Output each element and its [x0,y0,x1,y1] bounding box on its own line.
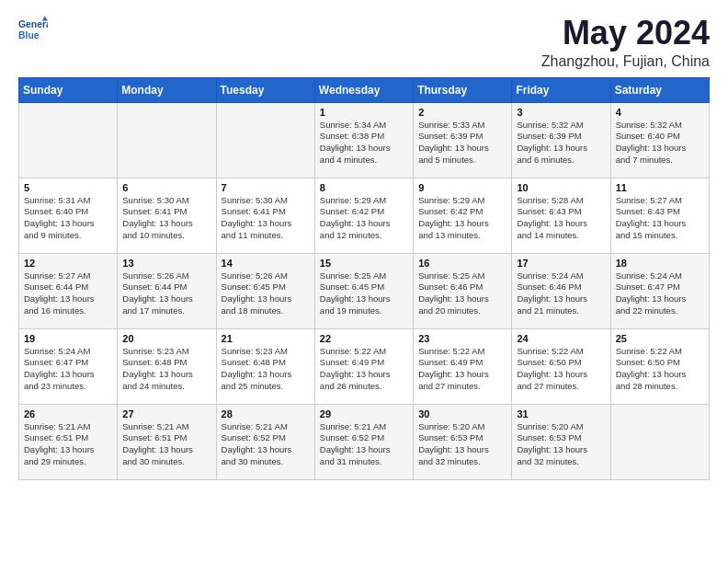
day-number: 9 [418,182,506,193]
day-number: 19 [24,333,112,344]
day-info: Sunrise: 5:26 AMSunset: 6:45 PMDaylight:… [222,270,310,317]
day-number: 14 [222,258,310,269]
calendar-cell: 19Sunrise: 5:24 AMSunset: 6:47 PMDayligh… [19,328,118,404]
calendar-cell: 25Sunrise: 5:22 AMSunset: 6:50 PMDayligh… [610,328,709,404]
calendar-cell [19,102,118,178]
calendar-table: Sunday Monday Tuesday Wednesday Thursday… [18,77,710,480]
calendar-cell: 1Sunrise: 5:34 AMSunset: 6:38 PMDaylight… [314,102,413,178]
calendar-week-2: 5Sunrise: 5:31 AMSunset: 6:40 PMDaylight… [19,178,710,253]
day-number: 28 [222,408,310,419]
calendar-cell: 29Sunrise: 5:21 AMSunset: 6:52 PMDayligh… [314,404,413,479]
day-info: Sunrise: 5:27 AMSunset: 6:44 PMDaylight:… [24,270,112,317]
calendar-cell: 16Sunrise: 5:25 AMSunset: 6:46 PMDayligh… [414,253,512,328]
calendar-cell: 10Sunrise: 5:28 AMSunset: 6:43 PMDayligh… [512,178,610,253]
calendar-cell: 27Sunrise: 5:21 AMSunset: 6:51 PMDayligh… [118,404,216,479]
day-number: 2 [418,107,506,118]
calendar-cell: 31Sunrise: 5:20 AMSunset: 6:53 PMDayligh… [512,404,610,479]
day-info: Sunrise: 5:21 AMSunset: 6:52 PMDaylight:… [320,421,408,468]
day-number: 20 [122,333,210,344]
day-number: 8 [320,182,408,193]
svg-marker-2 [42,17,48,21]
logo-icon: General Blue [18,15,48,44]
calendar-cell: 21Sunrise: 5:23 AMSunset: 6:48 PMDayligh… [216,328,314,404]
day-info: Sunrise: 5:31 AMSunset: 6:40 PMDaylight:… [24,195,112,242]
day-info: Sunrise: 5:24 AMSunset: 6:46 PMDaylight:… [517,270,605,317]
day-info: Sunrise: 5:32 AMSunset: 6:39 PMDaylight:… [517,120,605,167]
calendar-week-1: 1Sunrise: 5:34 AMSunset: 6:38 PMDaylight… [19,102,710,178]
svg-text:General: General [18,19,48,29]
calendar-week-3: 12Sunrise: 5:27 AMSunset: 6:44 PMDayligh… [19,253,710,328]
calendar-cell: 13Sunrise: 5:26 AMSunset: 6:44 PMDayligh… [118,253,216,328]
calendar-cell: 26Sunrise: 5:21 AMSunset: 6:51 PMDayligh… [19,404,118,479]
day-number: 10 [517,182,605,193]
calendar-cell: 24Sunrise: 5:22 AMSunset: 6:50 PMDayligh… [512,328,610,404]
col-tuesday: Tuesday [216,77,314,102]
day-number: 6 [122,182,210,193]
day-info: Sunrise: 5:22 AMSunset: 6:50 PMDaylight:… [517,346,605,393]
day-number: 5 [24,182,112,193]
header: General Blue May 2024 Zhangzhou, Fujian,… [18,15,710,70]
calendar-cell [610,404,709,479]
day-info: Sunrise: 5:29 AMSunset: 6:42 PMDaylight:… [320,195,408,242]
calendar-week-5: 26Sunrise: 5:21 AMSunset: 6:51 PMDayligh… [19,404,710,479]
logo: General Blue [18,15,48,44]
calendar-header: Sunday Monday Tuesday Wednesday Thursday… [19,77,710,102]
calendar-cell: 23Sunrise: 5:22 AMSunset: 6:49 PMDayligh… [414,328,512,404]
calendar-cell: 20Sunrise: 5:23 AMSunset: 6:48 PMDayligh… [118,328,216,404]
title-area: May 2024 Zhangzhou, Fujian, China [541,15,710,70]
day-info: Sunrise: 5:24 AMSunset: 6:47 PMDaylight:… [616,270,704,317]
calendar-cell: 5Sunrise: 5:31 AMSunset: 6:40 PMDaylight… [19,178,118,253]
calendar-cell: 28Sunrise: 5:21 AMSunset: 6:52 PMDayligh… [216,404,314,479]
calendar-cell: 30Sunrise: 5:20 AMSunset: 6:53 PMDayligh… [414,404,512,479]
day-number: 4 [616,107,704,118]
day-info: Sunrise: 5:30 AMSunset: 6:41 PMDaylight:… [122,195,210,242]
day-number: 26 [24,408,112,419]
day-info: Sunrise: 5:32 AMSunset: 6:40 PMDaylight:… [616,120,704,167]
day-info: Sunrise: 5:22 AMSunset: 6:49 PMDaylight:… [320,346,408,393]
day-info: Sunrise: 5:25 AMSunset: 6:46 PMDaylight:… [418,270,506,317]
col-sunday: Sunday [19,77,118,102]
day-number: 24 [517,333,605,344]
calendar-cell: 18Sunrise: 5:24 AMSunset: 6:47 PMDayligh… [610,253,709,328]
calendar-cell: 9Sunrise: 5:29 AMSunset: 6:42 PMDaylight… [414,178,512,253]
day-info: Sunrise: 5:28 AMSunset: 6:43 PMDaylight:… [517,195,605,242]
day-number: 17 [517,258,605,269]
day-info: Sunrise: 5:20 AMSunset: 6:53 PMDaylight:… [517,421,605,468]
calendar-cell: 14Sunrise: 5:26 AMSunset: 6:45 PMDayligh… [216,253,314,328]
calendar-cell: 7Sunrise: 5:30 AMSunset: 6:41 PMDaylight… [216,178,314,253]
calendar-cell: 15Sunrise: 5:25 AMSunset: 6:45 PMDayligh… [314,253,413,328]
day-info: Sunrise: 5:33 AMSunset: 6:39 PMDaylight:… [418,120,506,167]
day-info: Sunrise: 5:23 AMSunset: 6:48 PMDaylight:… [122,346,210,393]
calendar-cell: 8Sunrise: 5:29 AMSunset: 6:42 PMDaylight… [314,178,413,253]
calendar-cell [118,102,216,178]
day-number: 11 [616,182,704,193]
day-number: 30 [418,408,506,419]
day-number: 25 [616,333,704,344]
day-info: Sunrise: 5:22 AMSunset: 6:50 PMDaylight:… [616,346,704,393]
day-info: Sunrise: 5:27 AMSunset: 6:43 PMDaylight:… [616,195,704,242]
calendar-cell: 6Sunrise: 5:30 AMSunset: 6:41 PMDaylight… [118,178,216,253]
day-number: 27 [122,408,210,419]
day-info: Sunrise: 5:22 AMSunset: 6:49 PMDaylight:… [418,346,506,393]
day-number: 13 [122,258,210,269]
page: General Blue May 2024 Zhangzhou, Fujian,… [0,0,728,499]
calendar-cell: 12Sunrise: 5:27 AMSunset: 6:44 PMDayligh… [19,253,118,328]
day-number: 21 [222,333,310,344]
day-number: 15 [320,258,408,269]
day-number: 7 [222,182,310,193]
col-monday: Monday [118,77,216,102]
day-info: Sunrise: 5:26 AMSunset: 6:44 PMDaylight:… [122,270,210,317]
day-number: 23 [418,333,506,344]
month-title: May 2024 [541,15,710,52]
calendar-body: 1Sunrise: 5:34 AMSunset: 6:38 PMDaylight… [19,102,710,479]
col-saturday: Saturday [610,77,709,102]
day-number: 29 [320,408,408,419]
day-info: Sunrise: 5:25 AMSunset: 6:45 PMDaylight:… [320,270,408,317]
day-number: 18 [616,258,704,269]
calendar-cell: 4Sunrise: 5:32 AMSunset: 6:40 PMDaylight… [610,102,709,178]
day-info: Sunrise: 5:24 AMSunset: 6:47 PMDaylight:… [24,346,112,393]
location: Zhangzhou, Fujian, China [541,53,710,70]
day-number: 1 [320,107,408,118]
day-info: Sunrise: 5:21 AMSunset: 6:52 PMDaylight:… [222,421,310,468]
calendar-cell: 11Sunrise: 5:27 AMSunset: 6:43 PMDayligh… [610,178,709,253]
